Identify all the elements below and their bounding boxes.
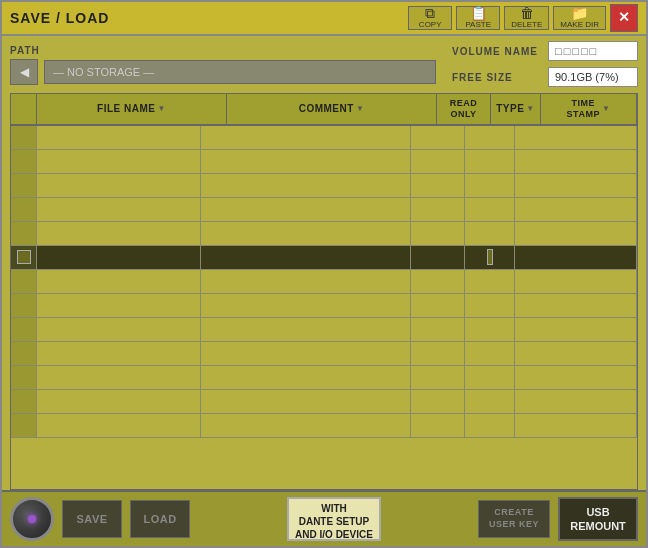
type-sort-icon: ▼ [526, 104, 534, 113]
row-type [465, 342, 515, 365]
filename-sort-icon: ▼ [157, 104, 165, 113]
row-filename [37, 366, 201, 389]
back-button[interactable]: ◀ [10, 59, 38, 85]
row-type [465, 294, 515, 317]
row-timestamp [515, 318, 637, 341]
row-comment [201, 294, 411, 317]
table-header: FILE NAME ▼ COMMENT ▼ READONLY TYPE ▼ TI… [11, 94, 637, 126]
table-row[interactable] [11, 198, 637, 222]
row-readonly [411, 366, 465, 389]
volume-name-label: VOLUME NAME [452, 46, 542, 57]
row-comment [201, 414, 411, 437]
row-comment-input[interactable] [201, 246, 411, 269]
volume-name-row: VOLUME NAME □□□□□ [452, 41, 638, 61]
table-row[interactable] [11, 126, 637, 150]
row-timestamp [515, 150, 637, 173]
row-index [11, 414, 37, 437]
close-button[interactable]: ✕ [610, 4, 638, 32]
path-input-row: ◀ — NO STORAGE — [10, 59, 436, 85]
free-size-label: FREE SIZE [452, 72, 542, 83]
table-row[interactable] [11, 366, 637, 390]
table-row[interactable] [11, 390, 637, 414]
path-left: PATH ◀ — NO STORAGE — [10, 45, 436, 85]
paste-button[interactable]: 📋 PASTE [456, 6, 500, 30]
table-row[interactable] [11, 342, 637, 366]
row-type [465, 174, 515, 197]
type-header[interactable]: TYPE ▼ [491, 94, 541, 124]
row-type [465, 390, 515, 413]
row-timestamp [515, 366, 637, 389]
make-dir-button[interactable]: 📁 MAKE DIR [553, 6, 606, 30]
row-filename-input[interactable] [37, 246, 201, 269]
row-filename [37, 414, 201, 437]
with-dante-button[interactable]: WITH DANTE SETUP AND I/O DEVICE [287, 497, 381, 541]
row-index [11, 198, 37, 221]
row-timestamp [515, 270, 637, 293]
row-comment [201, 366, 411, 389]
delete-button[interactable]: 🗑 DELETE [504, 6, 549, 30]
row-readonly [411, 390, 465, 413]
row-timestamp [515, 174, 637, 197]
row-readonly [411, 174, 465, 197]
table-row[interactable] [11, 318, 637, 342]
row-comment [201, 270, 411, 293]
row-comment [201, 222, 411, 245]
timestamp-header[interactable]: TIMESTAMP ▼ [541, 94, 637, 124]
row-timestamp [515, 222, 637, 245]
table-row-selected[interactable] [11, 246, 637, 270]
row-type [465, 222, 515, 245]
volume-knob[interactable] [10, 497, 54, 541]
table-row[interactable] [11, 270, 637, 294]
row-timestamp [515, 390, 637, 413]
save-load-window: SAVE / LOAD ⧉ COPY 📋 PASTE 🗑 DELETE 📁 MA… [0, 0, 648, 548]
knob-indicator [28, 515, 36, 523]
comment-input[interactable] [203, 248, 408, 266]
copy-button[interactable]: ⧉ COPY [408, 6, 452, 30]
comment-header[interactable]: COMMENT ▼ [227, 94, 437, 124]
row-index [11, 366, 37, 389]
table-row[interactable] [11, 174, 637, 198]
row-comment [201, 198, 411, 221]
row-index [11, 222, 37, 245]
table-row[interactable] [11, 414, 637, 438]
path-value: — NO STORAGE — [44, 60, 436, 84]
row-timestamp [515, 342, 637, 365]
comment-sort-icon: ▼ [356, 104, 364, 113]
row-filename [37, 174, 201, 197]
readonly-header: READONLY [437, 94, 491, 124]
row-index [11, 246, 37, 269]
usb-remount-button[interactable]: USB REMOUNT [558, 497, 638, 541]
volume-name-value: □□□□□ [548, 41, 638, 61]
row-filename [37, 318, 201, 341]
row-type [465, 318, 515, 341]
row-index [11, 174, 37, 197]
row-readonly [411, 294, 465, 317]
table-body [11, 126, 637, 489]
row-readonly [411, 342, 465, 365]
load-button[interactable]: LOAD [130, 500, 190, 538]
filename-header[interactable]: FILE NAME ▼ [37, 94, 227, 124]
back-icon: ◀ [20, 65, 29, 79]
row-readonly [411, 318, 465, 341]
row-type [465, 198, 515, 221]
row-filename [37, 222, 201, 245]
path-info-area: PATH ◀ — NO STORAGE — VOLUME NAME □□□□□ … [2, 36, 646, 93]
row-readonly [411, 270, 465, 293]
row-type [465, 366, 515, 389]
table-row[interactable] [11, 294, 637, 318]
filename-input[interactable] [39, 248, 198, 266]
save-button[interactable]: SAVE [62, 500, 122, 538]
type-value [487, 249, 493, 265]
create-user-key-button[interactable]: CREATE USER KEY [478, 500, 550, 538]
row-filename [37, 390, 201, 413]
row-timestamp [515, 246, 637, 269]
table-row[interactable] [11, 150, 637, 174]
row-filename [37, 150, 201, 173]
row-comment [201, 342, 411, 365]
title-buttons: ⧉ COPY 📋 PASTE 🗑 DELETE 📁 MAKE DIR ✕ [408, 4, 638, 32]
row-readonly [411, 150, 465, 173]
row-filename [37, 126, 201, 149]
row-filename [37, 294, 201, 317]
table-row[interactable] [11, 222, 637, 246]
row-readonly [411, 126, 465, 149]
